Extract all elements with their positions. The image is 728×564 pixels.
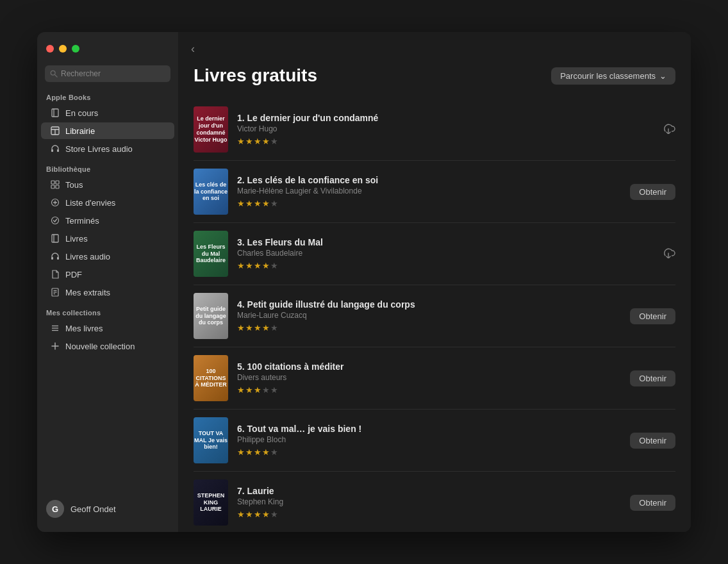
book-title: 5. 100 citations à méditer <box>237 361 621 372</box>
book-row: Le dernier jour d'un condamné Victor Hug… <box>194 99 675 161</box>
sidebar-item-label: Mes livres <box>65 324 103 333</box>
sidebar-item-livres[interactable]: Livres <box>41 230 174 247</box>
svg-rect-17 <box>52 235 58 242</box>
sidebar-item-label: En cours <box>65 108 98 118</box>
book-title: 1. Le dernier jour d'un condamné <box>237 113 652 123</box>
plus-icon <box>50 341 60 351</box>
user-name: Geoff Ondet <box>70 504 116 514</box>
main-content: ‹ Livres gratuits Parcourir les classeme… <box>178 32 691 532</box>
svg-point-0 <box>51 70 55 75</box>
book-author: Philippe Bloch <box>237 435 621 444</box>
search-bar[interactable]: Rechercher <box>45 65 170 82</box>
book-info: 5. 100 citations à méditerDivers auteurs… <box>237 361 621 395</box>
section-mes-collections-label: Mes collections <box>37 306 178 319</box>
book-row: Les clés de la confiance en soi2. Les cl… <box>194 161 675 223</box>
chevron-down-icon: ⌄ <box>659 71 666 81</box>
star-icon: ★ <box>237 385 245 395</box>
book-info: 3. Les Fleurs du MalCharles Baudelaire★★… <box>237 237 652 270</box>
star-icon: ★ <box>270 261 278 270</box>
book-cover[interactable]: Le dernier jour d'un condamné Victor Hug… <box>194 106 228 153</box>
star-icon: ★ <box>262 199 270 208</box>
sidebar-item-label: Livres <box>65 234 88 244</box>
sidebar-item-termines[interactable]: Terminés <box>41 212 174 229</box>
cloud-download-icon[interactable] <box>661 247 675 261</box>
browse-button[interactable]: Parcourir les classements ⌄ <box>551 67 675 85</box>
star-icon: ★ <box>245 199 253 208</box>
book-cover[interactable]: Petit guide du langage du corps <box>194 293 228 339</box>
obtain-button[interactable]: Obtenir <box>630 370 675 386</box>
maximize-button[interactable] <box>72 45 79 53</box>
book-cover[interactable]: 100 CITATIONS À MÉDITER <box>194 355 228 401</box>
sidebar-item-pdf[interactable]: PDF <box>41 266 174 283</box>
star-icon: ★ <box>254 447 261 457</box>
cloud-download-icon[interactable] <box>661 122 675 137</box>
star-icon: ★ <box>245 137 253 146</box>
svg-rect-19 <box>51 257 53 260</box>
book-info: 2. Les clés de la confiance en soiMarie-… <box>237 175 621 208</box>
book-stars: ★★★★★ <box>237 199 621 208</box>
star-icon: ★ <box>270 385 278 395</box>
back-button[interactable]: ‹ <box>191 43 195 54</box>
book-row: Petit guide du langage du corps4. Petit … <box>194 285 675 347</box>
sidebar-item-label: Store Livres audio <box>65 144 133 154</box>
star-icon: ★ <box>270 323 278 333</box>
star-icon: ★ <box>262 447 270 457</box>
svg-rect-12 <box>56 185 59 188</box>
book-cover[interactable]: TOUT VA MAL Je vais bien! <box>194 417 228 463</box>
book-row: TOUT VA MAL Je vais bien!6. Tout va mal…… <box>194 410 675 472</box>
close-button[interactable] <box>46 45 54 53</box>
book-row: 100 CITATIONS À MÉDITER5. 100 citations … <box>194 347 675 410</box>
svg-point-16 <box>52 217 59 224</box>
check-circle-icon <box>50 215 60 226</box>
headphones-icon <box>50 251 60 261</box>
book-info: 4. Petit guide illustré du langage du co… <box>237 299 621 333</box>
book-stars: ★★★★★ <box>237 261 652 270</box>
sidebar-item-livres-audio[interactable]: Livres audio <box>41 248 174 265</box>
avatar: G <box>46 500 64 518</box>
star-icon: ★ <box>270 199 278 208</box>
search-placeholder: Rechercher <box>61 69 101 78</box>
star-icon: ★ <box>270 137 278 146</box>
book-action <box>661 122 675 137</box>
star-icon: ★ <box>237 261 245 270</box>
book-title: 7. Laurie <box>237 486 621 496</box>
sidebar: Rechercher Apple Books En cours Librairi… <box>37 32 178 532</box>
sidebar-item-nouvelle-collection[interactable]: Nouvelle collection <box>41 338 174 354</box>
star-icon: ★ <box>237 323 245 333</box>
page-title-row: Livres gratuits Parcourir les classement… <box>194 65 675 86</box>
sidebar-item-mes-livres[interactable]: Mes livres <box>41 320 174 336</box>
file-icon <box>50 269 60 279</box>
svg-rect-7 <box>51 149 53 152</box>
book-cover[interactable]: Les clés de la confiance en soi <box>194 169 228 215</box>
book-cover[interactable]: STEPHEN KING LAURIE <box>194 479 228 526</box>
minimize-button[interactable] <box>59 45 67 53</box>
obtain-button[interactable]: Obtenir <box>630 184 675 200</box>
star-icon: ★ <box>237 137 245 146</box>
book-cover[interactable]: Les Fleurs du Mal Baudelaire <box>194 231 228 277</box>
book-list: Le dernier jour d'un condamné Victor Hug… <box>194 99 675 532</box>
sidebar-item-en-cours[interactable]: En cours <box>41 104 174 121</box>
sidebar-item-mes-extraits[interactable]: Mes extraits <box>41 284 174 301</box>
sidebar-item-tous[interactable]: Tous <box>41 176 174 193</box>
sidebar-item-librairie[interactable]: Librairie <box>41 122 174 139</box>
star-icon: ★ <box>262 385 270 395</box>
sidebar-item-label: Mes extraits <box>65 288 110 297</box>
obtain-button[interactable]: Obtenir <box>630 495 675 511</box>
store-icon <box>50 126 60 136</box>
svg-rect-8 <box>57 149 59 152</box>
star-icon: ★ <box>254 510 261 519</box>
book-author: Stephen King <box>237 497 621 506</box>
star-icon: ★ <box>245 323 253 333</box>
sidebar-item-liste-envies[interactable]: Liste d'envies <box>41 194 174 211</box>
page-title: Livres gratuits <box>194 65 317 86</box>
obtain-button[interactable]: Obtenir <box>630 433 675 449</box>
book-row: STEPHEN KING LAURIE7. LaurieStephen King… <box>194 472 675 532</box>
sidebar-item-store-audio[interactable]: Store Livres audio <box>41 140 174 157</box>
svg-rect-20 <box>57 257 59 260</box>
star-icon: ★ <box>237 447 245 457</box>
list-icon <box>50 323 60 333</box>
user-footer: G Geoff Ondet <box>37 494 178 524</box>
obtain-button[interactable]: Obtenir <box>630 308 675 324</box>
star-icon: ★ <box>237 199 245 208</box>
book-action <box>661 247 675 261</box>
